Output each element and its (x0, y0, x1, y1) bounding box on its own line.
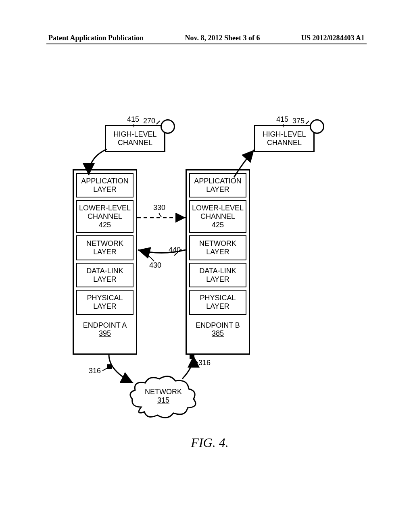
network-layer-a: NETWORKLAYER (76, 235, 133, 260)
connector-square-316-b (190, 354, 194, 359)
data-link-layer-b: DATA-LINKLAYER (189, 263, 246, 287)
hlc-a-label: HIGH-LEVELCHANNEL (113, 130, 156, 147)
physical-layer-a: PHYSICALLAYER (76, 290, 133, 314)
endpoint-b-label: ENDPOINT B 385 (187, 317, 249, 340)
figure-caption: FIG. 4. (69, 435, 351, 450)
balloon-270-icon (161, 119, 175, 134)
application-layer-a: APPLICATIONLAYER (76, 173, 133, 197)
endpoint-a-label: ENDPOINT A 395 (74, 317, 136, 340)
hlc-b-label: HIGH-LEVELCHANNEL (263, 130, 306, 147)
label-415-a: 415 (127, 115, 139, 124)
lower-level-channel-b: LOWER-LEVELCHANNEL 425 (189, 200, 246, 233)
label-440: 440 (169, 246, 181, 254)
data-link-layer-a: DATA-LINKLAYER (76, 263, 133, 287)
page-header: Patent Application Publication Nov. 8, 2… (0, 34, 413, 42)
label-270: 270 (143, 117, 155, 125)
endpoint-b-stack: APPLICATIONLAYER LOWER-LEVELCHANNEL 425 … (186, 169, 250, 355)
endpoint-a-stack: APPLICATIONLAYER LOWER-LEVELCHANNEL 425 … (73, 169, 137, 355)
header-left: Patent Application Publication (48, 34, 144, 42)
label-330: 330 (153, 204, 165, 212)
high-level-channel-box-a: HIGH-LEVELCHANNEL (105, 125, 165, 152)
physical-layer-b: PHYSICALLAYER (189, 290, 246, 314)
figure-4-diagram: HIGH-LEVELCHANNEL HIGH-LEVELCHANNEL APPL… (69, 117, 351, 439)
label-316-b: 316 (198, 359, 211, 367)
header-right: US 2012/0284403 A1 (301, 34, 365, 42)
label-430: 430 (149, 261, 161, 270)
connector-square-316-a (107, 364, 112, 369)
label-415-b: 415 (276, 115, 288, 124)
application-layer-b: APPLICATIONLAYER (189, 173, 246, 197)
label-375: 375 (292, 117, 305, 125)
label-316-a: 316 (89, 367, 101, 375)
lower-level-channel-a: LOWER-LEVELCHANNEL 425 (76, 200, 133, 233)
high-level-channel-box-b: HIGH-LEVELCHANNEL (254, 125, 315, 152)
balloon-375-icon (310, 119, 324, 134)
network-layer-b: NETWORKLAYER (189, 235, 246, 260)
network-cloud-label: NETWORK 315 (129, 388, 198, 404)
header-rule (46, 44, 367, 44)
header-center: Nov. 8, 2012 Sheet 3 of 6 (185, 34, 260, 42)
